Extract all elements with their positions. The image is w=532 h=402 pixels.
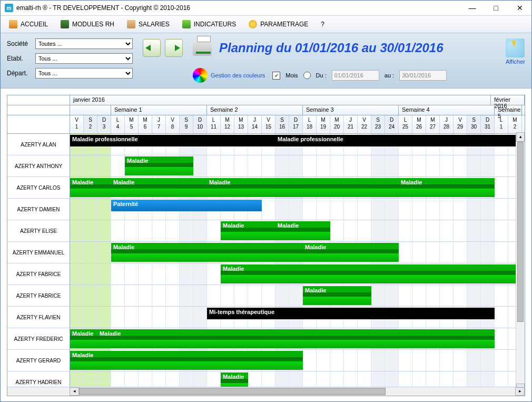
day-header: M6 (139, 115, 152, 133)
menu-modules[interactable]: MODULES RH (55, 18, 120, 31)
employee-name[interactable]: AZERTY GERARD (7, 350, 70, 371)
absence-bar[interactable]: Mi-temps thérapeutique (207, 308, 495, 319)
absence-bar-lower (70, 340, 97, 348)
day-header: M19 (317, 115, 330, 133)
week-header: Semaine 5 (495, 105, 522, 115)
gantt-row[interactable]: MaladieMaladieMaladieMaladie (70, 177, 525, 199)
etabl-select[interactable]: Tous ... (35, 53, 133, 64)
gantt-row[interactable]: Maladie (70, 155, 525, 177)
window-title: emalti-rh ® - TR DEVELOPPEMENT - Copyrig… (16, 4, 460, 12)
menu-help[interactable]: ? (316, 18, 330, 30)
day-header: M2 (508, 115, 522, 133)
day-header: L18 (303, 115, 317, 133)
week-header: Semaine 4 (399, 105, 495, 115)
absence-bar[interactable]: Maladie (70, 351, 303, 362)
day-header: V22 (358, 115, 371, 133)
employee-name[interactable]: AZERTY ANTHONY (7, 155, 70, 177)
absence-bar[interactable]: Maladie (275, 221, 330, 233)
gantt-row[interactable]: Maladie (70, 263, 525, 285)
titlebar[interactable]: m emalti-rh ® - TR DEVELOPPEMENT - Copyr… (1, 1, 531, 16)
gantt-row[interactable]: Maladie professionnelleMaladie professio… (70, 134, 525, 155)
absence-bar-lower (70, 189, 111, 197)
gantt-row[interactable]: MaladieMaladie (70, 328, 525, 350)
hscroll-thumb[interactable] (79, 388, 386, 395)
color-manager-button[interactable]: Gestion des couleurs (193, 68, 265, 83)
menu-modules-label: MODULES RH (72, 21, 114, 28)
menu-salaries-label: SALARIES (139, 21, 170, 28)
menu-indicateurs[interactable]: INDICATEURS (177, 18, 241, 31)
employee-name[interactable]: AZERTY DAMIEN (7, 199, 70, 220)
menu-accueil[interactable]: ACCUEIL (4, 18, 53, 31)
scroll-right-button[interactable]: ▸ (515, 387, 525, 396)
absence-bar-lower (221, 232, 275, 240)
absence-bar[interactable]: Paternité (111, 200, 262, 211)
employee-name[interactable]: AZERTY ALAN (7, 134, 70, 155)
employee-name[interactable]: AZERTY FABRICE (7, 285, 70, 307)
vscroll-thumb[interactable] (517, 142, 524, 322)
absence-bar-lower (111, 253, 303, 262)
gantt-row[interactable]: MaladieMaladie (70, 242, 525, 263)
absence-bar[interactable]: Maladie professionnelle (275, 135, 522, 146)
month-header-main: janvier 2016 (70, 95, 491, 105)
gantt-row[interactable]: Maladie (70, 285, 525, 307)
employee-name[interactable]: AZERTY EMMANUEL (7, 242, 70, 263)
absence-bar[interactable]: Maladie (125, 156, 193, 168)
menubar: ACCUEIL MODULES RH SALARIES INDICATEURS … (1, 16, 531, 33)
day-header: M20 (330, 115, 344, 133)
print-button[interactable] (193, 38, 212, 57)
du-label: Du : (316, 72, 327, 79)
day-header: S30 (467, 115, 481, 133)
timeline[interactable]: janvier 2016février 2016 Semaine 1Semain… (70, 95, 525, 387)
absence-bar[interactable]: Maladie (221, 221, 275, 233)
au-label: au : (385, 72, 394, 79)
employee-name[interactable]: AZERTY FREDERIC (7, 328, 70, 350)
maximize-button[interactable]: □ (484, 1, 508, 15)
mois-checkbox[interactable]: ✔ (272, 72, 280, 80)
gantt-grid: AZERTY ALANAZERTY ANTHONYAZERTY CARLOSAZ… (7, 95, 525, 396)
planning-title: Planning du 01/01/2016 au 30/01/2016 (219, 41, 444, 55)
prev-period-button[interactable] (142, 38, 161, 57)
scroll-up-button[interactable]: ▴ (516, 132, 525, 142)
absence-bar[interactable]: Maladie (303, 243, 399, 254)
employee-name[interactable]: AZERTY HADRIEN (7, 371, 70, 387)
absence-bar[interactable]: Maladie (97, 329, 495, 341)
minimize-button[interactable]: — (460, 1, 484, 15)
absence-bar[interactable]: Maladie (221, 372, 248, 384)
du-radio[interactable] (303, 72, 311, 79)
absence-bar[interactable]: Maladie (70, 329, 97, 341)
menu-salaries[interactable]: SALARIES (122, 18, 175, 31)
date-from-input[interactable] (332, 70, 379, 81)
societe-select[interactable]: Toutes ... (35, 38, 133, 49)
afficher-button[interactable]: Afficher (506, 38, 525, 65)
absence-bar[interactable]: Maladie (303, 286, 371, 298)
horizontal-scrollbar[interactable]: ◂ ▸ (7, 387, 525, 396)
date-to-input[interactable] (399, 70, 447, 81)
salaries-icon (127, 20, 135, 28)
scroll-down-button[interactable]: ▾ (516, 384, 525, 387)
absence-bar[interactable]: Maladie professionnelle (70, 135, 275, 146)
day-header: M13 (234, 115, 248, 133)
gantt-row[interactable]: Maladie (70, 371, 525, 387)
close-button[interactable]: ✕ (508, 1, 531, 15)
gantt-row[interactable]: Paternité (70, 199, 525, 220)
next-period-button[interactable] (164, 38, 183, 57)
absence-bar[interactable]: Maladie (111, 243, 303, 254)
absence-bar[interactable]: Maladie (207, 178, 399, 190)
absence-bar[interactable]: Maladie (70, 178, 111, 190)
employee-name[interactable]: AZERTY ELISE (7, 220, 70, 242)
gantt-row[interactable]: Maladie (70, 350, 525, 371)
gantt-row[interactable]: Mi-temps thérapeutique (70, 307, 525, 328)
employee-name[interactable]: AZERTY FLAVIEN (7, 307, 70, 328)
absence-bar[interactable]: Maladie (221, 264, 522, 276)
employee-name[interactable]: AZERTY FABRICE (7, 263, 70, 285)
vertical-scrollbar[interactable]: ▴ ▾ (516, 132, 525, 387)
absence-bar[interactable]: Maladie (111, 178, 207, 190)
absence-bar[interactable]: Maladie (399, 178, 495, 190)
depart-select[interactable]: Tous ... (35, 68, 133, 79)
menu-parametrage[interactable]: PARAMETRAGE (243, 18, 313, 31)
scroll-left-button[interactable]: ◂ (70, 387, 79, 396)
gantt-row[interactable]: MaladieMaladie (70, 220, 525, 242)
day-header: J28 (440, 115, 454, 133)
employee-name[interactable]: AZERTY CARLOS (7, 177, 70, 199)
week-header: Semaine 2 (207, 105, 303, 115)
